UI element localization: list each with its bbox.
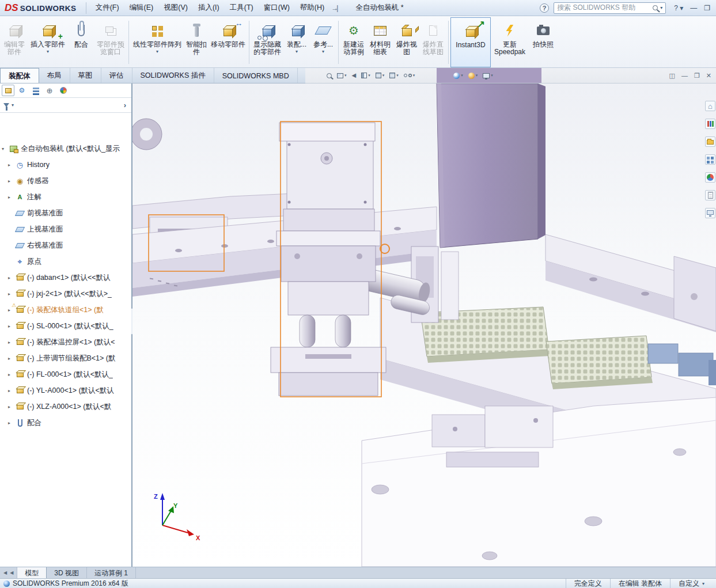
tree-item-top-plane[interactable]: 上视基准面 bbox=[0, 221, 131, 237]
scroll-left-icon[interactable]: ◀ bbox=[2, 570, 8, 575]
restore-button[interactable]: ❐ bbox=[704, 4, 710, 12]
tree-item-jxj-2[interactable]: ▸ (-) jxj-2<1> (默认<<默认>_ bbox=[0, 286, 131, 302]
expand-icon[interactable]: ▾ bbox=[2, 146, 8, 151]
view-palette-icon[interactable] bbox=[705, 154, 715, 165]
hide-show-items-icon[interactable]: ▾ bbox=[402, 72, 417, 79]
tree-item-origin[interactable]: ⌖ 原点 bbox=[0, 253, 131, 270]
tree-item-belt-adjust-b[interactable]: ▸ (-) 上带调节组装配B<1> (默 bbox=[0, 350, 131, 366]
smart-fasteners-button[interactable]: 智能扣件 bbox=[184, 17, 209, 67]
tree-item-sl-000[interactable]: ▸ (-) SL-000<1> (默认<默认_ bbox=[0, 318, 131, 334]
menu-view[interactable]: 视图(V) bbox=[159, 1, 192, 15]
custom-status-dropdown[interactable]: 自定义 ▾ bbox=[670, 579, 713, 588]
mate-button[interactable]: 配合 bbox=[68, 17, 94, 67]
insert-component-button[interactable]: ⊕+ 插入零部件 ▾ bbox=[28, 17, 68, 67]
expand-icon[interactable]: ▸ bbox=[8, 162, 14, 168]
expand-icon[interactable]: ▸ bbox=[8, 420, 14, 426]
search-icon[interactable] bbox=[653, 5, 658, 10]
pin-menu-icon[interactable]: →| bbox=[331, 4, 338, 12]
expand-icon[interactable]: ▸ bbox=[8, 291, 14, 297]
dock-icon[interactable]: ◫ bbox=[669, 72, 675, 79]
previous-view-icon[interactable]: ◀ bbox=[350, 71, 358, 79]
tree-item-temp-screen[interactable]: ▸ (-) 装配体温控屏<1> (默认< bbox=[0, 334, 131, 350]
expand-icon[interactable]: ▸ bbox=[8, 356, 14, 361]
menu-window[interactable]: 窗口(W) bbox=[259, 1, 294, 15]
dropdown-caret-icon[interactable]: ▾ bbox=[47, 49, 49, 54]
take-snapshot-button[interactable]: 拍快照 bbox=[529, 17, 558, 67]
doc-restore-button[interactable]: ❐ bbox=[694, 72, 700, 79]
tab-feature-tree[interactable] bbox=[2, 85, 14, 96]
custom-properties-icon[interactable] bbox=[705, 190, 715, 200]
tree-item-sensors[interactable]: ▸ ◉ 传感器 bbox=[0, 173, 131, 189]
forum-icon[interactable] bbox=[705, 208, 715, 218]
search-caret-icon[interactable]: ▾ bbox=[660, 5, 662, 10]
component-preview-button[interactable]: 零部件预览窗口 bbox=[94, 17, 127, 67]
tree-item-xlz-a000[interactable]: ▸ (-) XLZ-A000<1> (默认<默 bbox=[0, 399, 131, 415]
filter-icon[interactable] bbox=[3, 103, 9, 107]
tree-item-fl-000[interactable]: ▸ (-) FL-000<1> (默认<默认_ bbox=[0, 366, 131, 382]
tab-solidworks-mbd[interactable]: SOLIDWORKS MBD bbox=[214, 68, 298, 83]
edit-appearance-icon[interactable]: ▾ bbox=[452, 71, 465, 80]
assembly-features-button[interactable]: 装配... ▾ bbox=[283, 17, 310, 67]
tree-item-annotations[interactable]: ▸ A 注解 bbox=[0, 189, 131, 205]
design-library-icon[interactable] bbox=[705, 119, 715, 129]
filter-caret-icon[interactable]: ▾ bbox=[12, 103, 14, 108]
new-motion-study-button[interactable]: ⚙ 新建运动算例 bbox=[340, 17, 367, 67]
explode-line-sketch-button[interactable]: 爆炸直线草图 bbox=[420, 17, 446, 67]
help-icon[interactable]: ? bbox=[540, 3, 549, 13]
scroll-left-end-icon[interactable]: ◀ bbox=[9, 570, 14, 575]
menu-tools[interactable]: 工具(T) bbox=[225, 1, 258, 15]
move-component-button[interactable]: ↔ 移动零部件 bbox=[209, 17, 247, 67]
menu-edit[interactable]: 编辑(E) bbox=[125, 1, 158, 15]
view-orientation-icon[interactable]: ▾ bbox=[374, 71, 387, 79]
appearances-icon[interactable] bbox=[705, 172, 715, 183]
tab-display-manager[interactable] bbox=[57, 85, 70, 96]
tab-layout[interactable]: 布局 bbox=[39, 68, 70, 83]
tree-item-mates[interactable]: ▸ 配合 bbox=[0, 415, 131, 431]
tab-solidworks-addins[interactable]: SOLIDWORKS 插件 bbox=[132, 68, 214, 83]
tree-item-front-plane[interactable]: 前视基准面 bbox=[0, 205, 131, 221]
tab-configuration-manager[interactable] bbox=[29, 85, 42, 96]
show-hidden-components-button[interactable]: 显示隐藏的零部件 bbox=[251, 17, 283, 67]
tree-item-rail-group[interactable]: ▸ ⚠ (-) 装配体轨道组<1> (默 bbox=[0, 302, 131, 318]
bom-button[interactable]: 材料明细表 bbox=[367, 17, 393, 67]
tab-3d-views[interactable]: 3D 视图 bbox=[47, 567, 87, 578]
graphics-viewport[interactable]: Z Y X ⌂ bbox=[132, 84, 716, 567]
menu-file[interactable]: 文件(F) bbox=[91, 1, 124, 15]
expand-icon[interactable]: ▸ bbox=[8, 195, 14, 200]
expand-icon[interactable]: ▸ bbox=[8, 179, 14, 184]
tab-property-manager[interactable]: ⚙ bbox=[16, 85, 28, 96]
dropdown-caret-icon[interactable]: ▾ bbox=[322, 49, 324, 54]
tree-item-yl-a000[interactable]: ▸ (-) YL-A000<1> (默认<默认 bbox=[0, 382, 131, 399]
expand-icon[interactable]: ▸ bbox=[8, 275, 14, 280]
tree-item-history[interactable]: ▸ ◷ History bbox=[0, 157, 131, 173]
edit-component-button[interactable]: 编辑零部件 bbox=[1, 17, 28, 67]
tab-model[interactable]: 模型 bbox=[17, 567, 47, 578]
expand-icon[interactable]: ▸ bbox=[8, 404, 14, 409]
expand-icon[interactable]: ▸ bbox=[8, 340, 14, 345]
expand-icon[interactable]: ▸ bbox=[8, 372, 14, 377]
linear-pattern-button[interactable]: 线性零部件阵列 ▾ bbox=[131, 17, 184, 67]
tree-item-root[interactable]: ▾ 全自动包装机 (默认<默认_显示 bbox=[0, 141, 131, 157]
section-view-icon[interactable]: ▾ bbox=[359, 71, 372, 79]
tab-sketch[interactable]: 草图 bbox=[70, 68, 101, 83]
model-canvas[interactable]: Z Y X bbox=[132, 84, 716, 567]
home-icon[interactable]: ⌂ bbox=[705, 101, 715, 111]
update-speedpak-button[interactable]: 更新 Speedpak bbox=[491, 17, 529, 67]
display-style-icon[interactable]: ▾ bbox=[388, 71, 400, 79]
doc-minimize-button[interactable]: — bbox=[681, 72, 688, 79]
tab-evaluate[interactable]: 评估 bbox=[101, 68, 132, 83]
minimize-button[interactable]: — bbox=[690, 4, 697, 12]
instant3d-button[interactable]: ↗ Instant3D bbox=[450, 17, 491, 67]
view-settings-icon[interactable]: ▾ bbox=[481, 72, 495, 79]
expand-icon[interactable]: ▸ bbox=[8, 388, 14, 393]
tab-dimxpert-manager[interactable]: ⊕ bbox=[43, 85, 56, 96]
search-input[interactable]: 搜索 SOLIDWORKS 帮助 ▾ bbox=[554, 2, 666, 14]
reference-geometry-button[interactable]: 参考... ▾ bbox=[310, 17, 336, 67]
doc-close-button[interactable]: ✕ bbox=[706, 72, 711, 79]
flyout-arrow-icon[interactable]: › bbox=[122, 101, 128, 109]
file-explorer-icon[interactable] bbox=[705, 136, 715, 147]
dropdown-caret-icon[interactable]: ▾ bbox=[156, 49, 158, 54]
zoom-fit-icon[interactable] bbox=[325, 72, 334, 79]
menu-help[interactable]: 帮助(H) bbox=[296, 1, 329, 15]
menu-insert[interactable]: 插入(I) bbox=[194, 1, 224, 15]
